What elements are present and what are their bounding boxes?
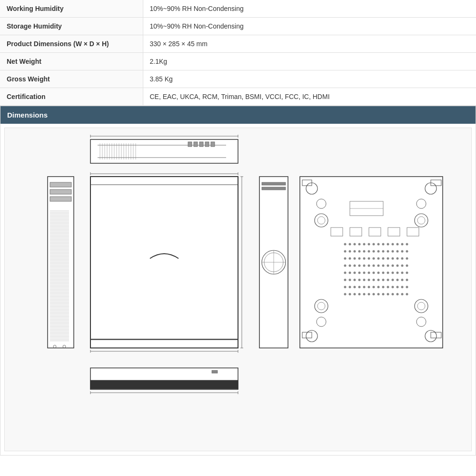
svg-point-264 <box>368 293 370 296</box>
spec-value: 2.1Kg <box>143 53 476 70</box>
dimensions-header: Dimensions <box>0 106 476 124</box>
spec-value: CE, EAC, UKCA, RCM, Triman, BSMI, VCCI, … <box>143 88 476 106</box>
svg-point-206 <box>358 265 361 267</box>
svg-point-195 <box>373 258 375 260</box>
svg-point-190 <box>349 258 351 260</box>
svg-point-201 <box>401 258 404 260</box>
svg-point-209 <box>373 265 375 267</box>
svg-point-180 <box>368 250 370 253</box>
svg-point-240 <box>387 279 389 281</box>
svg-point-161 <box>344 243 347 246</box>
svg-rect-30 <box>50 197 71 201</box>
svg-point-231 <box>344 279 347 281</box>
svg-point-203 <box>344 265 347 267</box>
svg-point-256 <box>397 286 399 288</box>
svg-point-202 <box>406 258 408 260</box>
svg-point-179 <box>363 250 366 253</box>
svg-point-268 <box>387 293 389 296</box>
diagram-area <box>4 128 472 451</box>
svg-point-214 <box>397 265 399 267</box>
svg-rect-6 <box>205 142 209 147</box>
svg-point-183 <box>382 250 385 253</box>
svg-point-211 <box>382 265 385 267</box>
svg-point-172 <box>397 243 399 246</box>
svg-point-220 <box>358 272 361 274</box>
svg-point-200 <box>397 258 399 260</box>
svg-point-191 <box>354 258 356 260</box>
svg-point-199 <box>392 258 394 260</box>
svg-point-166 <box>368 243 370 246</box>
svg-point-167 <box>373 243 375 246</box>
svg-point-210 <box>377 265 380 267</box>
svg-point-235 <box>363 279 366 281</box>
table-row: Storage Humidity 10%~90% RH Non-Condensi… <box>0 18 476 35</box>
svg-point-198 <box>387 258 389 260</box>
svg-point-262 <box>358 293 361 296</box>
table-row: Working Humidity 10%~90% RH Non-Condensi… <box>0 0 476 18</box>
svg-point-196 <box>377 258 380 260</box>
svg-point-265 <box>373 293 375 296</box>
svg-point-208 <box>368 265 370 267</box>
svg-point-171 <box>392 243 394 246</box>
svg-point-238 <box>377 279 380 281</box>
svg-point-182 <box>377 250 380 253</box>
specs-table: Working Humidity 10%~90% RH Non-Condensi… <box>0 0 476 106</box>
svg-point-173 <box>401 243 404 246</box>
svg-point-243 <box>401 279 404 281</box>
svg-point-269 <box>392 293 394 296</box>
svg-point-254 <box>387 286 389 288</box>
svg-rect-4 <box>194 142 198 147</box>
svg-point-189 <box>344 258 347 260</box>
svg-point-247 <box>354 286 356 288</box>
svg-point-174 <box>406 243 408 246</box>
svg-point-175 <box>344 250 347 253</box>
svg-point-252 <box>377 286 380 288</box>
svg-point-227 <box>392 272 394 274</box>
svg-point-162 <box>349 243 351 246</box>
svg-rect-286 <box>212 370 218 373</box>
svg-rect-0 <box>90 139 238 163</box>
svg-point-272 <box>406 293 408 296</box>
spec-label: Product Dimensions (W × D × H) <box>0 35 143 53</box>
svg-rect-125 <box>90 177 238 348</box>
svg-point-188 <box>406 250 408 253</box>
svg-point-212 <box>387 265 389 267</box>
svg-point-164 <box>358 243 361 246</box>
svg-point-165 <box>363 243 366 246</box>
svg-point-259 <box>344 293 347 296</box>
svg-point-251 <box>373 286 375 288</box>
svg-point-186 <box>397 250 399 253</box>
svg-point-236 <box>368 279 370 281</box>
svg-point-232 <box>349 279 351 281</box>
svg-point-248 <box>358 286 361 288</box>
svg-point-181 <box>373 250 375 253</box>
spec-value: 10%~90% RH Non-Condensing <box>143 18 476 35</box>
svg-point-192 <box>358 258 361 260</box>
svg-point-217 <box>344 272 347 274</box>
svg-point-197 <box>382 258 385 260</box>
svg-rect-143 <box>262 187 286 190</box>
svg-point-250 <box>368 286 370 288</box>
svg-point-223 <box>373 272 375 274</box>
svg-rect-3 <box>188 142 192 147</box>
svg-point-244 <box>406 279 408 281</box>
svg-point-215 <box>401 265 404 267</box>
svg-point-193 <box>363 258 366 260</box>
svg-point-230 <box>406 272 408 274</box>
svg-point-270 <box>397 293 399 296</box>
svg-rect-144 <box>300 177 443 348</box>
table-row: Gross Weight 3.85 Kg <box>0 70 476 88</box>
svg-point-239 <box>382 279 385 281</box>
svg-point-187 <box>401 250 404 253</box>
svg-point-226 <box>387 272 389 274</box>
svg-point-176 <box>349 250 351 253</box>
spec-label: Storage Humidity <box>0 18 143 35</box>
svg-point-219 <box>354 272 356 274</box>
spec-label: Certification <box>0 88 143 106</box>
svg-point-261 <box>354 293 356 296</box>
spec-value: 3.85 Kg <box>143 70 476 88</box>
svg-rect-5 <box>199 142 203 147</box>
svg-point-234 <box>358 279 361 281</box>
svg-point-266 <box>377 293 380 296</box>
svg-point-228 <box>397 272 399 274</box>
